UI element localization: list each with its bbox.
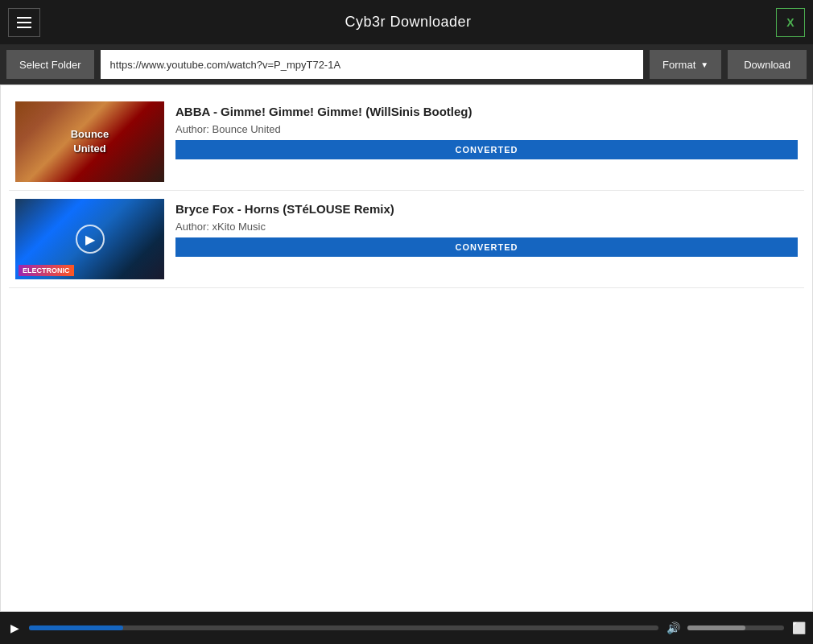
seek-fill	[29, 625, 123, 630]
url-input[interactable]	[101, 50, 644, 79]
title-bar: Cyb3r Downloader X	[0, 0, 813, 44]
menu-line-3	[17, 27, 31, 28]
download-button[interactable]: Download	[728, 50, 807, 79]
close-button[interactable]: X	[776, 8, 805, 37]
volume-icon[interactable]: 🔊	[665, 621, 681, 634]
expand-icon[interactable]: ⬜	[790, 621, 807, 634]
genre-badge: ELECTRONIC	[19, 265, 74, 276]
track-title: Bryce Fox - Horns (STéLOUSE Remix)	[175, 202, 798, 216]
format-button[interactable]: Format	[650, 50, 721, 79]
volume-fill	[687, 625, 745, 630]
menu-line-2	[17, 22, 31, 23]
menu-button[interactable]	[8, 8, 40, 37]
app-title: Cyb3r Downloader	[345, 14, 471, 31]
track-thumbnail-1: BounceUnited	[15, 101, 164, 182]
track-progress-bar: CONVERTED	[175, 237, 798, 257]
track-status: CONVERTED	[455, 242, 518, 252]
track-status: CONVERTED	[455, 145, 518, 155]
volume-bar[interactable]	[687, 625, 784, 630]
track-progress-bar: CONVERTED	[175, 140, 798, 159]
thumbnail-abba: BounceUnited	[15, 101, 164, 182]
track-author: Author: Bounce United	[175, 123, 798, 135]
track-author: Author: xKito Music	[175, 221, 798, 233]
menu-line-1	[17, 17, 31, 19]
thumbnail-bryce: ▶ ELECTRONIC	[15, 199, 164, 279]
track-info-1: ABBA - Gimme! Gimme! Gimme! (WillSinis B…	[175, 101, 798, 159]
thumbnail-text: BounceUnited	[71, 127, 109, 156]
track-thumbnail-2: ▶ ELECTRONIC	[15, 199, 164, 279]
track-item: BounceUnited ABBA - Gimme! Gimme! Gimme!…	[9, 93, 804, 191]
bottom-bar: ▶ 🔊 ⬜	[0, 612, 813, 644]
play-pause-icon[interactable]: ▶	[6, 621, 23, 634]
track-title: ABBA - Gimme! Gimme! Gimme! (WillSinis B…	[175, 105, 798, 118]
track-list: BounceUnited ABBA - Gimme! Gimme! Gimme!…	[0, 85, 813, 612]
play-icon: ▶	[76, 225, 105, 254]
seek-bar[interactable]	[29, 625, 658, 630]
select-folder-button[interactable]: Select Folder	[6, 50, 94, 79]
track-item: ▶ ELECTRONIC Bryce Fox - Horns (STéLOUSE…	[9, 191, 804, 288]
track-info-2: Bryce Fox - Horns (STéLOUSE Remix) Autho…	[175, 199, 798, 257]
toolbar: Select Folder Format Download	[0, 44, 813, 85]
